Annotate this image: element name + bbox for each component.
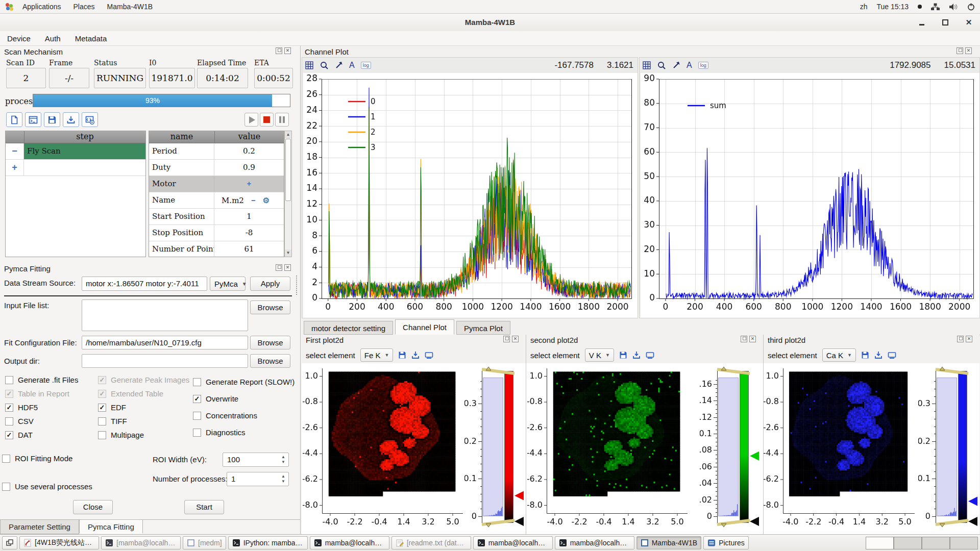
- task-item[interactable]: [mamba@localhos...: [101, 536, 181, 549]
- tab-pymca-plot[interactable]: Pymca Plot: [456, 321, 510, 335]
- element-map-canvas[interactable]: [527, 364, 690, 534]
- apply-button[interactable]: Apply: [250, 277, 290, 291]
- save-button[interactable]: [44, 112, 60, 127]
- close-panel-icon[interactable]: ✕: [965, 47, 972, 54]
- console-button[interactable]: [25, 112, 41, 127]
- table-row[interactable]: − Fly Scan: [6, 143, 145, 160]
- task-item[interactable]: mamba@localhost...: [310, 536, 389, 549]
- checkbox-multipage[interactable]: Multipage: [98, 431, 189, 439]
- power-icon[interactable]: [967, 3, 975, 11]
- table-row[interactable]: Stop Position -8: [149, 225, 284, 241]
- run-button[interactable]: [244, 113, 258, 127]
- print-icon[interactable]: [888, 352, 896, 359]
- element-map-canvas[interactable]: [303, 364, 465, 534]
- checkbox-overwrite[interactable]: Overwrite: [193, 394, 295, 403]
- checkbox-concentrations[interactable]: Concentrations: [193, 411, 295, 420]
- checkbox-csv[interactable]: CSV: [5, 417, 78, 425]
- element-dropdown[interactable]: V K▼: [585, 348, 614, 362]
- add-step-button[interactable]: +: [6, 160, 24, 176]
- load-button[interactable]: [63, 112, 79, 127]
- table-row[interactable]: Name M.m2 − ⚙: [149, 192, 284, 209]
- engine-dropdown[interactable]: PyMca▼: [210, 277, 246, 291]
- task-item[interactable]: [4W1B荧光线站实...: [19, 536, 99, 549]
- grid-icon[interactable]: [643, 61, 651, 70]
- checkbox-generate-peak-images[interactable]: Generate Peak Images: [98, 375, 189, 384]
- scroll-down-icon[interactable]: ▼: [285, 249, 291, 257]
- download-icon[interactable]: [632, 351, 641, 359]
- checkbox-dat[interactable]: DAT: [5, 431, 78, 439]
- table-row[interactable]: Motor +: [149, 176, 284, 192]
- network-icon[interactable]: [931, 3, 940, 11]
- table-row[interactable]: Number of Point 61: [149, 241, 284, 257]
- table-row[interactable]: Period 0.2: [149, 143, 284, 160]
- task-item[interactable]: Mamba-4W1B: [636, 536, 701, 549]
- task-item[interactable]: Pictures: [703, 536, 749, 549]
- script-run-button[interactable]: [82, 112, 98, 127]
- close-dialog-button[interactable]: Close: [73, 500, 113, 514]
- pan-arrow-icon[interactable]: [335, 61, 343, 69]
- workspace-3[interactable]: [922, 537, 950, 549]
- save-icon[interactable]: [619, 351, 627, 359]
- task-item[interactable]: mamba@localhost:~: [473, 536, 553, 549]
- close-panel-icon[interactable]: ✕: [512, 336, 519, 342]
- save-icon[interactable]: [398, 351, 406, 359]
- table-row[interactable]: +: [6, 160, 145, 176]
- stop-button[interactable]: [260, 113, 274, 127]
- save-icon[interactable]: [861, 351, 869, 359]
- fit-config-input[interactable]: /home/mamba/user/N10_0719.cfg: [82, 336, 248, 349]
- close-panel-icon[interactable]: ✕: [749, 336, 756, 342]
- sum-plot-canvas[interactable]: [641, 73, 979, 318]
- print-icon[interactable]: [425, 352, 433, 359]
- workspace-4[interactable]: [950, 537, 978, 549]
- checkbox-generate-fit-files[interactable]: Generate .fit Files: [5, 375, 78, 384]
- channel-plot-canvas[interactable]: [303, 73, 638, 318]
- step-empty-cell[interactable]: [24, 160, 145, 176]
- browse-output-button[interactable]: Browse: [250, 354, 290, 368]
- pause-button[interactable]: [275, 113, 289, 127]
- maximize-button[interactable]: [941, 18, 949, 27]
- tab-channel-plot[interactable]: Channel Plot: [395, 319, 454, 335]
- param-value[interactable]: 1: [214, 209, 284, 224]
- float-panel-icon[interactable]: [957, 336, 964, 342]
- data-stream-source-input[interactable]: motor x:-1.86507 motor y:-7.4011: [82, 277, 207, 291]
- menu-applications[interactable]: Applications: [22, 3, 61, 11]
- start-button[interactable]: Start: [184, 500, 224, 514]
- splitter-handle[interactable]: [296, 276, 298, 295]
- font-icon[interactable]: A: [349, 61, 355, 70]
- close-panel-icon[interactable]: ✕: [966, 336, 972, 342]
- download-icon[interactable]: [874, 351, 883, 359]
- param-value[interactable]: M.m2: [222, 193, 244, 208]
- menu-app-window[interactable]: Mamba-4W1B: [107, 3, 153, 11]
- browse-fitcfg-button[interactable]: Browse: [250, 336, 290, 349]
- colorbar-canvas[interactable]: [464, 363, 525, 535]
- task-item[interactable]: [medm]: [183, 536, 226, 549]
- float-panel-icon[interactable]: [957, 47, 963, 54]
- volume-icon[interactable]: [949, 3, 958, 11]
- zoom-icon[interactable]: [320, 61, 329, 70]
- download-icon[interactable]: [411, 351, 420, 359]
- new-scan-button[interactable]: [6, 112, 22, 127]
- colorbar-canvas[interactable]: [918, 363, 978, 535]
- spin-down-icon[interactable]: ▼: [280, 480, 286, 484]
- font-icon[interactable]: A: [687, 61, 692, 70]
- window-titlebar[interactable]: Mamba-4W1B ✕: [0, 14, 980, 32]
- menu-metadata[interactable]: Metadata: [75, 34, 107, 43]
- log-scale-toggle[interactable]: log: [361, 62, 371, 69]
- float-panel-icon[interactable]: [276, 264, 282, 271]
- table-row[interactable]: Duty 0.9: [149, 160, 284, 176]
- pan-arrow-icon[interactable]: [672, 61, 680, 69]
- spin-up-icon[interactable]: ▲: [280, 474, 286, 479]
- add-motor-button[interactable]: +: [214, 176, 284, 192]
- log-scale-toggle[interactable]: log: [698, 62, 708, 69]
- param-value[interactable]: 61: [214, 241, 284, 257]
- table-scrollbar[interactable]: ▲ ▼: [284, 131, 292, 257]
- close-panel-icon[interactable]: ✕: [284, 264, 291, 271]
- zoom-icon[interactable]: [657, 61, 666, 70]
- spin-up-icon[interactable]: ▲: [280, 455, 286, 459]
- element-map-canvas[interactable]: [764, 364, 917, 534]
- tab-pymca-fitting[interactable]: Pymca Fitting: [79, 519, 143, 534]
- scroll-up-icon[interactable]: ▲: [285, 131, 291, 138]
- colorbar-canvas[interactable]: [700, 363, 760, 535]
- checkbox-diagnostics[interactable]: Diagnostics: [193, 428, 295, 437]
- tab-parameter-setting[interactable]: Parameter Setting: [0, 520, 79, 534]
